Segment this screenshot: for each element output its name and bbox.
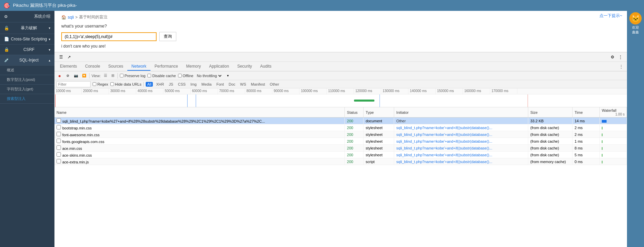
breadcrumb: 🏠 sqli > 基于时间的盲注 [61, 14, 620, 20]
col-header-status[interactable]: Status [345, 107, 364, 118]
table-row[interactable]: font-awesome.min.css200stylesheetsqli_bl… [54, 131, 627, 138]
cell-size: (from disk cache) [528, 145, 573, 152]
tab-performance[interactable]: Performance [150, 63, 182, 71]
tab-console[interactable]: Console [81, 63, 104, 71]
query-button[interactable]: 查询 [159, 32, 176, 41]
filter-input[interactable] [57, 81, 91, 87]
sidebar-item-sqlinject[interactable]: 💉 SQL-Inject ▴ [0, 55, 54, 66]
table-row[interactable]: ace-extra.min.js200scriptsqli_blind_t.ph… [54, 158, 627, 165]
devtools-settings-icon[interactable]: ⚙ [609, 53, 616, 61]
row-checkbox[interactable] [57, 125, 61, 129]
tab-network[interactable]: Network [127, 63, 150, 71]
row-checkbox[interactable] [57, 159, 61, 163]
disable-cache-input[interactable] [147, 74, 151, 77]
col-header-waterfall[interactable]: Waterfall 1.00 s [600, 107, 627, 118]
sub-item-label: 搜索型注入 [7, 96, 26, 101]
row-checkbox[interactable] [57, 145, 61, 150]
filter-button[interactable]: 🔽 [81, 73, 87, 79]
cell-time: 2 ms [573, 124, 600, 131]
waterfall-bar [602, 120, 607, 123]
throttle-select[interactable]: No throttling [195, 73, 223, 78]
tab-sources[interactable]: Sources [104, 63, 127, 71]
col-header-name[interactable]: Name [54, 107, 345, 118]
timeline-label: 170000 ms [490, 88, 517, 94]
timeline-labels: 10000 ms20000 ms30000 ms40000 ms50000 ms… [54, 88, 627, 94]
cell-name: fonts.googleapis.com.css [54, 138, 345, 145]
help-button[interactable]: 点一下提示~ [598, 12, 624, 19]
breadcrumb-home[interactable]: sqli [68, 15, 74, 20]
sub-item-label: 数字型注入(post) [7, 77, 35, 82]
table-row[interactable]: sqli_blind_t.php?name=kobe%27+and+if%28%… [54, 118, 627, 124]
regex-checkbox[interactable]: Regex [93, 82, 108, 86]
row-checkbox[interactable] [57, 118, 61, 123]
cell-initiator: Other [394, 118, 528, 124]
filter-all[interactable]: All [146, 82, 152, 87]
regex-input[interactable] [93, 82, 96, 86]
sidebar-item-xss[interactable]: 📄 Cross-Site Scripting ▾ [0, 34, 54, 45]
table-row[interactable]: fonts.googleapis.com.css200stylesheetsql… [54, 138, 627, 145]
sidebar-sub-char-inject[interactable]: 字符型注入(get) [0, 85, 54, 94]
timeline-label: 140000 ms [408, 88, 436, 94]
tab-audits[interactable]: Audits [256, 63, 275, 71]
sidebar-item-sys-intro[interactable]: ⚙ 系统介绍 [0, 11, 54, 22]
row-checkbox[interactable] [57, 152, 61, 157]
table-row[interactable]: ace.min.css200stylesheetsqli_blind_t.php… [54, 145, 627, 152]
filter-css[interactable]: CSS [177, 82, 187, 87]
cell-size: (from memory cache) [528, 158, 573, 165]
username-input[interactable] [61, 32, 157, 41]
col-header-initiator[interactable]: Initiator [394, 107, 528, 118]
filter-other[interactable]: Other [269, 82, 281, 87]
sidebar-sub-num-inject[interactable]: 数字型注入(post) [0, 75, 54, 85]
offline-input[interactable] [178, 74, 182, 77]
offline-checkbox[interactable]: Offline [178, 74, 194, 78]
filter-media[interactable]: Media [200, 82, 213, 87]
filter-doc[interactable]: Doc [227, 82, 237, 87]
row-checkbox[interactable] [57, 139, 61, 143]
sidebar-item-csrf[interactable]: 🔒 CSRF ▾ [0, 45, 54, 55]
group-view-icon[interactable]: ⊞ [110, 73, 115, 78]
filter-manifest[interactable]: Manifest [249, 82, 267, 87]
filter-xhr[interactable]: XHR [155, 82, 165, 87]
sidebar-item-brute-force[interactable]: 🔓 暴力破解 ▾ [0, 22, 54, 34]
record-button[interactable]: ● [57, 73, 63, 79]
toolbar-separator-2 [117, 73, 118, 78]
network-table-container[interactable]: Name Status Type Initiator Size Time Wat… [54, 107, 627, 247]
list-view-icon[interactable]: ☰ [103, 73, 108, 78]
tab-more-icon[interactable]: ⋮ [617, 64, 626, 69]
home-icon: 🏠 [61, 15, 66, 20]
hide-data-urls-checkbox[interactable]: Hide data URLs [110, 82, 142, 86]
capture-screenshot-button[interactable]: 📷 [73, 73, 79, 79]
sidebar-sub-search-inject[interactable]: 搜索型注入 [0, 94, 54, 104]
devtools-undock-icon[interactable]: ↗ [65, 53, 73, 61]
cell-waterfall [600, 152, 627, 158]
filter-img[interactable]: Img [189, 82, 198, 87]
tab-memory[interactable]: Memory [182, 63, 205, 71]
col-header-type[interactable]: Type [364, 107, 394, 118]
preserve-log-checkbox[interactable]: Preserve log [120, 74, 146, 78]
disable-cache-checkbox[interactable]: Disable cache [147, 74, 176, 78]
timeline-marker-blue-1 [187, 94, 188, 107]
hide-data-urls-input[interactable] [110, 82, 114, 86]
filter-ws[interactable]: WS [239, 82, 247, 87]
tab-elements[interactable]: Elements [56, 63, 81, 71]
row-checkbox[interactable] [57, 132, 61, 136]
cell-waterfall [600, 158, 627, 165]
tab-application[interactable]: Application [205, 63, 233, 71]
devtools-more-icon[interactable]: ⋮ [617, 53, 624, 61]
col-header-size[interactable]: Size [528, 107, 573, 118]
col-header-time[interactable]: Time [573, 107, 600, 118]
filter-font[interactable]: Font [215, 82, 225, 87]
clear-button[interactable]: ⊘ [65, 73, 71, 79]
throttle-dropdown-icon[interactable]: ▾ [225, 73, 231, 79]
cell-name: ace-skins.min.css [54, 152, 345, 158]
devtools-menu-icon[interactable]: ☰ [57, 53, 65, 61]
tab-security[interactable]: Security [233, 63, 256, 71]
sidebar-sub-overview[interactable]: 概述 [0, 66, 54, 75]
table-row[interactable]: bootstrap.min.css200stylesheetsqli_blind… [54, 124, 627, 131]
filter-js[interactable]: JS [167, 82, 175, 87]
table-row[interactable]: ace-skins.min.css200stylesheetsqli_blind… [54, 152, 627, 158]
sidebar: ⚙ 系统介绍 🔓 暴力破解 ▾ 📄 Cross-Site Scripting ▾… [0, 11, 54, 247]
cell-name: ace-extra.min.js [54, 158, 345, 165]
preserve-log-input[interactable] [120, 74, 124, 77]
main-layout: ⚙ 系统介绍 🔓 暴力破解 ▾ 📄 Cross-Site Scripting ▾… [0, 11, 644, 247]
